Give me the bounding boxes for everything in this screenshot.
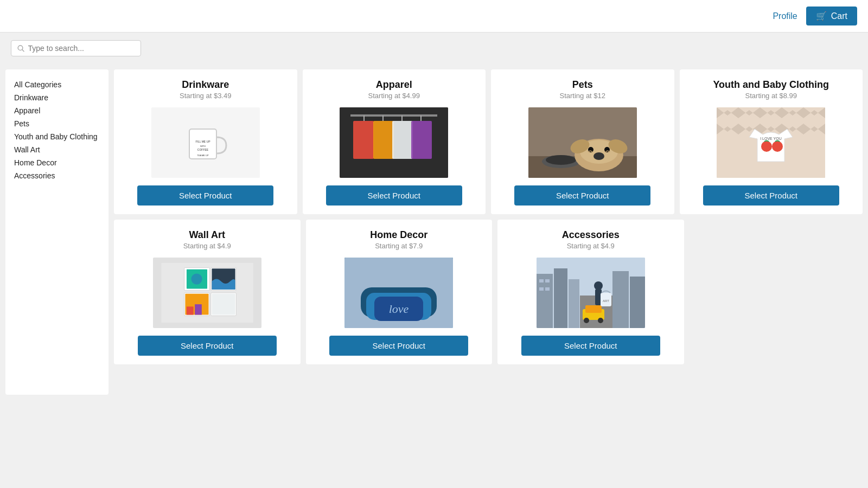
svg-rect-43 bbox=[212, 294, 235, 315]
product-image-accessories: ART bbox=[537, 258, 645, 328]
sidebar-item-home-decor[interactable]: Home Decor bbox=[14, 156, 100, 169]
svg-point-35 bbox=[191, 273, 202, 284]
cart-icon: 🛒 bbox=[816, 11, 827, 21]
product-title-drinkware: Drinkware bbox=[182, 79, 229, 91]
product-image-pets bbox=[528, 107, 637, 178]
search-bar-section bbox=[0, 33, 868, 64]
search-input-wrap bbox=[11, 40, 141, 56]
sidebar-item-accessories[interactable]: Accessories bbox=[14, 169, 100, 182]
product-image-wall-art bbox=[153, 258, 261, 328]
product-title-pets: Pets bbox=[572, 79, 593, 91]
svg-point-30 bbox=[772, 141, 783, 152]
product-image-youth-baby: I LOVE YOU bbox=[717, 107, 825, 178]
sidebar-item-all-categories[interactable]: All Categories bbox=[14, 78, 100, 91]
svg-rect-56 bbox=[539, 279, 544, 282]
select-product-home-decor[interactable]: Select Product bbox=[329, 336, 468, 356]
svg-text:I LOVE YOU: I LOVE YOU bbox=[760, 137, 782, 140]
svg-text:love: love bbox=[389, 302, 409, 316]
product-price-youth-baby: Starting at $8.99 bbox=[745, 92, 797, 100]
sidebar-item-youth-baby[interactable]: Youth and Baby Clothing bbox=[14, 130, 100, 143]
search-input[interactable] bbox=[28, 44, 136, 53]
select-product-wall-art[interactable]: Select Product bbox=[138, 336, 277, 356]
sidebar-item-wall-art[interactable]: Wall Art bbox=[14, 143, 100, 156]
sidebar-item-drinkware[interactable]: Drinkware bbox=[14, 91, 100, 104]
cart-label: Cart bbox=[831, 11, 847, 21]
svg-rect-58 bbox=[539, 287, 544, 291]
svg-rect-12 bbox=[373, 121, 394, 159]
product-price-pets: Starting at $12 bbox=[559, 92, 605, 100]
svg-rect-16 bbox=[411, 121, 432, 159]
product-card-drinkware: Drinkware Starting at $3.49 FILL ME UP W… bbox=[114, 69, 297, 214]
product-image-apparel bbox=[340, 107, 448, 178]
product-grid: Drinkware Starting at $3.49 FILL ME UP W… bbox=[114, 69, 863, 395]
product-title-home-decor: Home Decor bbox=[370, 229, 427, 241]
product-card-accessories: Accessories Starting at $4.9 bbox=[497, 220, 684, 364]
svg-point-66 bbox=[594, 281, 603, 290]
select-product-apparel[interactable]: Select Product bbox=[326, 185, 462, 206]
svg-point-63 bbox=[584, 318, 589, 323]
svg-rect-14 bbox=[392, 121, 413, 159]
svg-text:COFFEE: COFFEE bbox=[197, 148, 209, 151]
svg-line-1 bbox=[22, 50, 24, 52]
svg-rect-59 bbox=[545, 287, 550, 291]
product-card-pets: Pets Starting at $12 bbox=[491, 69, 674, 214]
svg-rect-54 bbox=[612, 271, 629, 328]
product-title-wall-art: Wall Art bbox=[189, 229, 225, 241]
product-card-apparel: Apparel Starting at $4.99 bbox=[303, 69, 486, 214]
product-image-drinkware: FILL ME UP WITH COFFEE TEA ME UP bbox=[151, 107, 260, 178]
product-price-wall-art: Starting at $4.9 bbox=[183, 242, 231, 250]
svg-rect-40 bbox=[187, 306, 194, 314]
product-price-home-decor: Starting at $7.9 bbox=[375, 242, 423, 250]
svg-rect-57 bbox=[545, 279, 550, 282]
svg-rect-55 bbox=[630, 277, 645, 328]
product-card-wall-art: Wall Art Starting at $4.9 bbox=[114, 220, 301, 364]
svg-rect-52 bbox=[554, 268, 567, 328]
select-product-pets[interactable]: Select Product bbox=[514, 185, 650, 206]
sidebar-item-apparel[interactable]: Apparel bbox=[14, 104, 100, 117]
svg-point-64 bbox=[598, 318, 603, 323]
svg-rect-62 bbox=[585, 305, 602, 313]
profile-link[interactable]: Profile bbox=[773, 11, 797, 21]
product-price-apparel: Starting at $4.99 bbox=[368, 92, 420, 100]
product-title-apparel: Apparel bbox=[376, 79, 412, 91]
product-price-drinkware: Starting at $3.49 bbox=[180, 92, 231, 100]
select-product-accessories[interactable]: Select Product bbox=[521, 336, 660, 356]
cart-button[interactable]: 🛒 Cart bbox=[806, 7, 857, 25]
sidebar: All Categories Drinkware Apparel Pets Yo… bbox=[5, 69, 108, 395]
svg-rect-10 bbox=[353, 121, 374, 159]
svg-rect-41 bbox=[195, 304, 202, 314]
header: Profile 🛒 Cart bbox=[0, 0, 868, 33]
product-row-1: Drinkware Starting at $3.49 FILL ME UP W… bbox=[114, 69, 863, 214]
svg-text:FILL ME UP: FILL ME UP bbox=[195, 140, 210, 143]
sidebar-item-pets[interactable]: Pets bbox=[14, 117, 100, 130]
svg-point-25 bbox=[593, 152, 604, 160]
product-row-2: Wall Art Starting at $4.9 bbox=[114, 220, 863, 364]
svg-text:WITH: WITH bbox=[200, 145, 206, 147]
empty-slot bbox=[690, 220, 863, 364]
product-image-home-decor: love bbox=[344, 258, 453, 328]
select-product-drinkware[interactable]: Select Product bbox=[137, 185, 273, 206]
main-layout: All Categories Drinkware Apparel Pets Yo… bbox=[0, 64, 868, 400]
product-title-youth-baby: Youth and Baby Clothing bbox=[713, 79, 829, 91]
svg-point-29 bbox=[761, 141, 772, 152]
svg-rect-51 bbox=[537, 274, 553, 328]
product-card-home-decor: Home Decor Starting at $7.9 lo bbox=[306, 220, 493, 364]
product-card-youth-baby: Youth and Baby Clothing Starting at $8.9… bbox=[680, 69, 863, 214]
svg-rect-53 bbox=[569, 279, 579, 328]
select-product-youth-baby[interactable]: Select Product bbox=[703, 185, 839, 206]
svg-point-20 bbox=[546, 155, 576, 165]
search-icon bbox=[17, 44, 25, 53]
svg-text:ART: ART bbox=[603, 299, 609, 303]
svg-text:TEA ME UP: TEA ME UP bbox=[197, 154, 209, 157]
product-title-accessories: Accessories bbox=[562, 229, 620, 241]
product-price-accessories: Starting at $4.9 bbox=[567, 242, 615, 250]
